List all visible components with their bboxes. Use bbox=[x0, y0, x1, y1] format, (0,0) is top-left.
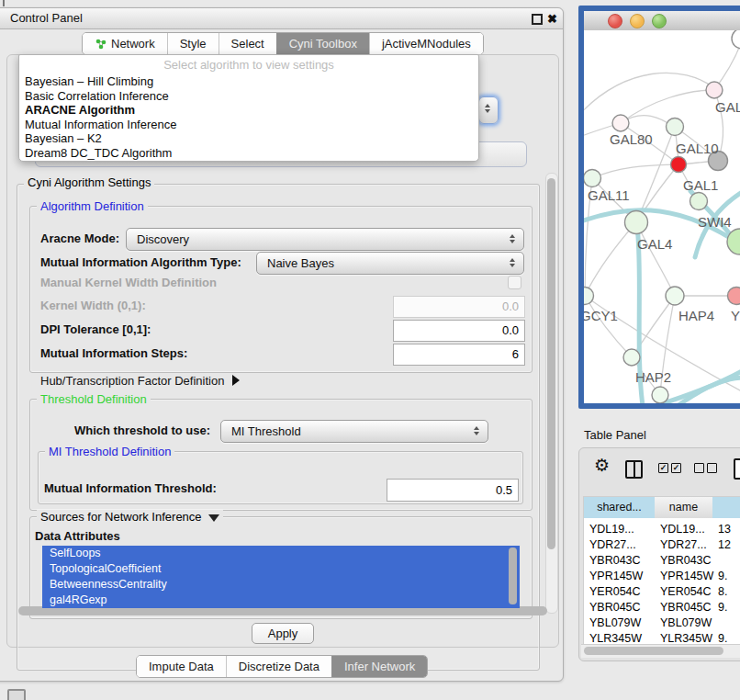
data-attributes-list: SelfLoopsTopologicalCoefficientBetweenne… bbox=[42, 546, 520, 608]
tab-cyni-toolbox[interactable]: Cyni Toolbox bbox=[276, 33, 369, 54]
kernel-width-field[interactable]: 0.0 bbox=[393, 296, 525, 318]
network-node[interactable] bbox=[623, 349, 640, 366]
network-canvas[interactable]: GALGAL80GAL10GAL1GAL11SWI4GAL4GCY1HAP4YH… bbox=[584, 30, 740, 403]
attribute-item-topologicalcoefficient[interactable]: TopologicalCoefficient bbox=[42, 561, 520, 577]
table-horizontal-scrollbar-thumb[interactable] bbox=[584, 647, 723, 655]
float-window-icon[interactable] bbox=[532, 14, 543, 25]
dropdown-item-bayesian-k2[interactable]: Bayesian – K2 bbox=[25, 131, 102, 145]
network-node[interactable] bbox=[584, 288, 594, 305]
table-row[interactable]: YBL079WYBL079W bbox=[584, 615, 740, 631]
sources-title[interactable]: Sources for Network Inference bbox=[37, 510, 223, 524]
column-header-2[interactable] bbox=[712, 497, 740, 518]
tab-style-label: Style bbox=[180, 33, 207, 54]
attribute-item-gal4rgexp[interactable]: gal4RGexp bbox=[42, 593, 520, 608]
minimize-traffic-icon[interactable] bbox=[630, 14, 645, 28]
network-node[interactable] bbox=[667, 119, 684, 136]
bottom-tab-impute-data[interactable]: Impute Data bbox=[137, 656, 226, 677]
network-node-label: GAL4 bbox=[637, 236, 672, 252]
network-node-label: GAL80 bbox=[610, 131, 653, 147]
bottom-tab-discretize-data[interactable]: Discretize Data bbox=[226, 656, 331, 677]
dropdown-item-mutual-information-inference[interactable]: Mutual Information Inference bbox=[25, 118, 176, 131]
table-panel: ⚙ ✓✓ shared...nameYDL19...YDL19...13YDR2… bbox=[578, 447, 740, 661]
select-all-checkboxes-icon[interactable]: ✓✓ bbox=[658, 463, 684, 480]
algorithm-combo-fragment[interactable] bbox=[478, 96, 499, 124]
manual-kernel-checkbox[interactable] bbox=[508, 276, 521, 289]
columns-icon[interactable] bbox=[625, 460, 643, 479]
network-node-label: GCY1 bbox=[584, 308, 618, 323]
table-cell: YDL19... bbox=[660, 522, 705, 537]
which-threshold-combo[interactable]: MI Threshold bbox=[220, 420, 488, 443]
network-window-titlebar[interactable] bbox=[584, 11, 740, 31]
network-node-label: SWI4 bbox=[698, 214, 732, 230]
tab-jactivemnodules[interactable]: jActiveMNodules bbox=[369, 33, 483, 54]
minimized-panel-icon[interactable] bbox=[7, 689, 26, 700]
network-node-label: GAL1 bbox=[683, 177, 718, 193]
tab-jactivemnodules-label: jActiveMNodules bbox=[382, 33, 471, 54]
attribute-item-betweennesscentrality[interactable]: BetweennessCentrality bbox=[42, 577, 520, 593]
attribute-item-selfloops[interactable]: SelfLoops bbox=[42, 546, 520, 561]
clear-all-checkboxes-icon[interactable] bbox=[694, 463, 720, 480]
mi-type-combo[interactable]: Naive Bayes bbox=[256, 252, 524, 275]
network-edge bbox=[592, 164, 678, 178]
combo-arrows-icon bbox=[510, 258, 516, 267]
sources-title-text: Sources for Network Inference bbox=[40, 510, 202, 524]
network-svg: GALGAL80GAL10GAL1GAL11SWI4GAL4GCY1HAP4YH… bbox=[584, 30, 740, 403]
table-cell: YPR145W bbox=[589, 569, 643, 584]
kernel-width-label: Kernel Width (0,1): bbox=[40, 295, 146, 316]
close-icon[interactable]: ✖ bbox=[547, 12, 557, 26]
network-node[interactable] bbox=[612, 115, 629, 131]
table-row[interactable]: YDR27...YDR27...12 bbox=[584, 537, 740, 553]
mi-steps-field[interactable]: 6 bbox=[393, 344, 525, 366]
bottom-tab-infer-network[interactable]: Infer Network bbox=[331, 656, 427, 677]
column-header-shared[interactable]: shared... bbox=[584, 497, 656, 518]
dropdown-item-bayesian-hill-climbing[interactable]: Bayesian – Hill Climbing bbox=[25, 74, 153, 88]
network-node-label: Y bbox=[731, 308, 740, 323]
zoom-traffic-icon[interactable] bbox=[652, 14, 667, 28]
control-panel-tabbar: NetworkStyleSelectCyni ToolboxjActiveMNo… bbox=[82, 32, 484, 55]
table-cell: YDR27... bbox=[589, 537, 636, 553]
network-node[interactable] bbox=[728, 288, 740, 305]
table-row[interactable]: YDL19...YDL19...13 bbox=[584, 522, 740, 537]
apply-button[interactable]: Apply bbox=[252, 623, 314, 644]
mi-threshold-definition-title: MI Threshold Definition bbox=[45, 445, 174, 458]
table-row[interactable]: YBR043CYBR043C bbox=[584, 553, 740, 569]
aracne-mode-value: Discovery bbox=[137, 229, 189, 250]
table-row[interactable]: YER054CYER054C8. bbox=[584, 584, 740, 600]
control-panel-window: Control Panel ✖ NetworkStyleSelectCyni T… bbox=[0, 7, 564, 682]
tab-network[interactable]: Network bbox=[83, 33, 167, 54]
network-node[interactable] bbox=[671, 157, 687, 173]
network-node[interactable] bbox=[732, 30, 740, 49]
network-node[interactable] bbox=[706, 82, 723, 98]
bottom-tab-discretize-data-label: Discretize Data bbox=[239, 656, 320, 677]
table-cell: YBL079W bbox=[589, 615, 641, 631]
network-node[interactable] bbox=[625, 211, 648, 234]
close-traffic-icon[interactable] bbox=[608, 14, 622, 28]
dropdown-item-basic-correlation-inference[interactable]: Basic Correlation Inference bbox=[25, 89, 169, 103]
document-icon[interactable] bbox=[734, 458, 740, 480]
column-header-name[interactable]: name bbox=[655, 497, 713, 518]
network-node[interactable] bbox=[690, 193, 708, 210]
hub-factor-expander[interactable]: Hub/Transcription Factor Definition bbox=[40, 371, 240, 390]
control-panel-title: Control Panel bbox=[10, 8, 83, 28]
aracne-mode-combo[interactable]: Discovery bbox=[126, 228, 524, 251]
dropdown-item-aracne-algorithm[interactable]: ARACNE Algorithm bbox=[25, 103, 135, 117]
network-node[interactable] bbox=[652, 387, 668, 403]
dpi-tolerance-field[interactable]: 0.0 bbox=[393, 320, 525, 342]
network-node[interactable] bbox=[666, 287, 684, 305]
tab-select[interactable]: Select bbox=[219, 33, 276, 54]
table-horizontal-scrollbar[interactable] bbox=[581, 644, 740, 658]
tab-style[interactable]: Style bbox=[167, 33, 219, 54]
dropdown-item-dream8-dc-tdc-algorithm[interactable]: Dream8 DC_TDC Algorithm bbox=[25, 146, 172, 160]
data-attributes-label: Data Attributes bbox=[35, 525, 120, 547]
mi-type-value: Naive Bayes bbox=[267, 253, 334, 274]
list-scrollbar[interactable] bbox=[509, 548, 517, 604]
settings-vertical-scrollbar-thumb[interactable] bbox=[547, 178, 555, 549]
network-node[interactable] bbox=[584, 170, 601, 187]
gear-icon[interactable]: ⚙ bbox=[594, 457, 610, 475]
mi-threshold-field[interactable]: 0.5 bbox=[387, 479, 519, 502]
table-row[interactable]: YPR145WYPR145W9. bbox=[584, 569, 740, 584]
network-edge-thick bbox=[675, 378, 740, 403]
table-row[interactable]: YBR045CYBR045C9. bbox=[584, 600, 740, 615]
table-cell: YDR27... bbox=[660, 537, 707, 553]
table-panel-title: Table Panel bbox=[584, 428, 646, 442]
